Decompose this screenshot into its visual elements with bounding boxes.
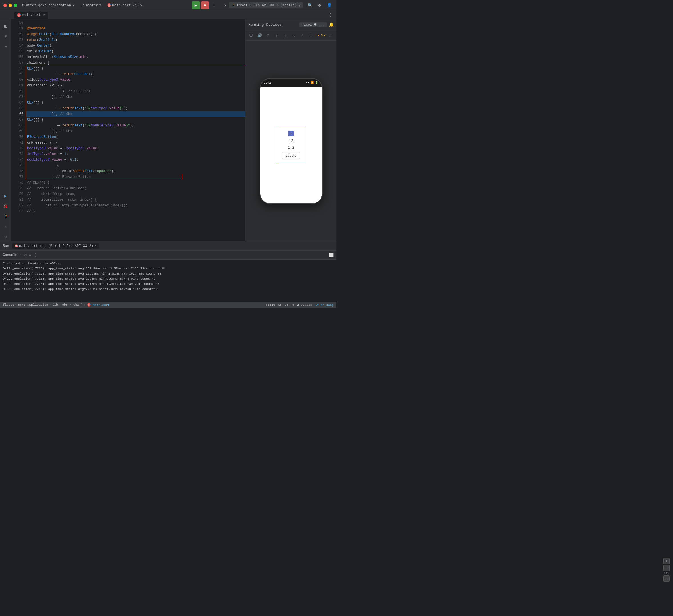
line-num-79: 79	[11, 186, 23, 191]
file-name: main.dart (1)	[113, 3, 139, 7]
close-button[interactable]	[3, 4, 7, 7]
panel-right-arrow[interactable]: ›	[327, 32, 334, 39]
branch-selector[interactable]: ⎇ master ∨	[80, 3, 101, 7]
sidebar-item-dots[interactable]: ⋯	[1, 42, 10, 51]
traffic-lights	[3, 4, 17, 7]
cursor-position[interactable]: 66:16	[266, 303, 275, 306]
line-num-74: 74	[11, 157, 23, 163]
square-button[interactable]: □	[307, 32, 314, 39]
sidebar-item-settings[interactable]: ⚙	[1, 233, 10, 241]
running-devices-label: Running Devices	[248, 23, 297, 27]
tabbar: 🎯 main.dart × ⋮	[0, 11, 336, 19]
phone-notch	[282, 79, 300, 83]
phone-update-button[interactable]: update	[282, 152, 300, 159]
run-tab-close-icon[interactable]: ×	[94, 244, 96, 248]
line-77: ) // ElevatedButton	[26, 174, 182, 180]
status-right: 66:16 LF UTF-8 2 spaces ⎇ er_dang	[266, 303, 333, 307]
line-num-70: 70	[11, 134, 23, 140]
console-more-button[interactable]: ⋮	[34, 253, 38, 257]
project-selector[interactable]: flutter_gext_application ∨	[22, 3, 75, 7]
run-button[interactable]: ▶	[192, 1, 200, 9]
minimize-button[interactable]	[9, 4, 12, 7]
phone-screen: 2:41 ▲▼ 📶 🔋 ✓ 12 1.2 u	[260, 79, 322, 203]
stop-button[interactable]: ■	[201, 1, 209, 9]
phone-checkbox[interactable]: ✓	[288, 131, 294, 137]
line-num-56: 56	[11, 54, 23, 60]
volume-button[interactable]: 🔊	[256, 32, 263, 39]
line-num-65: 65	[11, 106, 23, 111]
sidebar-item-run[interactable]: ▶	[1, 192, 10, 200]
power-button[interactable]: ⏻	[248, 32, 255, 39]
branch-chevron-icon: ∨	[99, 3, 101, 7]
checkmark-icon: ✓	[290, 131, 292, 136]
sidebar-item-project[interactable]: ◫	[1, 22, 10, 30]
device-controls-toolbar: ⏻ 🔊 ⟳ ▯ ▯ ◁ ○ □ ▲ 3 ∧ ›	[245, 30, 336, 40]
line-ending[interactable]: LF	[278, 303, 282, 306]
console-line-1: Restarted application in 457ms.	[3, 261, 333, 266]
line-73: intType3.value += 1;	[26, 151, 245, 157]
code-lines[interactable]: @override Widget build(BuildContext cont…	[26, 19, 245, 241]
line-num-60: 60	[11, 77, 23, 83]
console-output: Restarted application in 457ms. D/EGL_em…	[0, 260, 336, 293]
rotate-button[interactable]: ⟳	[265, 32, 272, 39]
line-num-78: 78	[11, 180, 23, 186]
phone-time: 2:41	[264, 81, 271, 84]
console-line-4: D/EGL_emulation( 7716): app_time_stats: …	[3, 276, 333, 281]
tab-close-icon[interactable]: ×	[43, 13, 45, 17]
search-button[interactable]: 🔍	[306, 1, 314, 9]
pixel-tab[interactable]: Pixel 6 ...	[299, 22, 326, 27]
sidebar-item-debug[interactable]: 🐞	[1, 202, 10, 210]
line-56: mainAxisSize: MainAxisSize.min,	[26, 54, 245, 60]
device-selector[interactable]: 📱 Pixel 6 Pro API 33 2 (mobile) ∨	[229, 2, 303, 8]
breadcrumb-project: flutter_gext_application	[3, 303, 48, 306]
tab-more-button[interactable]: ⋮	[326, 11, 334, 19]
titlebar-right-icons: 🔍 ⚙ 👤	[306, 1, 333, 9]
run-label: Run	[3, 244, 9, 248]
file-selector[interactable]: 🎯 main.dart (1) ∨	[107, 3, 192, 7]
device-icon: 📱	[231, 3, 235, 7]
tab-main-dart[interactable]: 🎯 main.dart ×	[14, 12, 48, 19]
line-74: doubleType3.value += 0.1;	[26, 157, 245, 163]
maximize-button[interactable]	[14, 4, 17, 7]
sidebar-item-commit[interactable]: ⊕	[1, 32, 10, 40]
portrait2-button[interactable]: ▯	[282, 32, 289, 39]
breadcrumb-lib: lib	[52, 303, 58, 306]
console-filter-button[interactable]: ≡	[29, 253, 31, 257]
back-button[interactable]: ◁	[290, 32, 297, 39]
phone-container: 2:41 ▲▼ 📶 🔋 ✓ 12 1.2 u	[245, 40, 336, 241]
line-num-57: 57	[11, 60, 23, 66]
encoding[interactable]: UTF-8	[284, 303, 294, 306]
line-num-72: 72	[11, 146, 23, 151]
line-num-62: 62	[11, 88, 23, 94]
profiler-button[interactable]: ⚙️	[221, 1, 229, 9]
warnings-count: 3	[321, 34, 323, 37]
notifications-button[interactable]: 🔔	[329, 22, 333, 27]
more-run-options[interactable]: ⋮	[210, 1, 218, 9]
tab-icon: 🎯	[17, 13, 21, 17]
console-line-6: D/EGL_emulation( 7716): app_time_stats: …	[3, 286, 333, 292]
line-58: Obx(() {	[26, 66, 245, 71]
line-76: └─ child: const Text("update"),	[26, 168, 245, 174]
line-num-59: 59	[11, 71, 23, 77]
console-label: Console	[3, 253, 17, 257]
line-71: onPressed: () {	[26, 140, 245, 146]
portrait1-button[interactable]: ▯	[273, 32, 280, 39]
line-num-64: 64	[11, 100, 23, 106]
run-tab-icon: 🎯	[15, 244, 18, 248]
warnings-badge[interactable]: ▲ 3 ∧	[318, 33, 326, 37]
account-button[interactable]: 👤	[325, 1, 333, 9]
line-72: boolType3.value = !boolType3.value;	[26, 146, 245, 151]
home-button[interactable]: ○	[299, 32, 306, 39]
line-num-55: 55	[11, 48, 23, 54]
console-reload-button[interactable]: ↺	[24, 253, 27, 257]
line-num-50: 50	[11, 20, 23, 26]
indent-setting[interactable]: 2 spaces	[297, 303, 312, 306]
breadcrumb[interactable]: flutter_gext_application › lib › obs + O…	[3, 303, 110, 307]
console-expand-button[interactable]: ⬜	[329, 253, 333, 257]
run-tab[interactable]: 🎯 main.dart (1) (Pixel 6 Pro API 33 2) ×	[12, 243, 99, 249]
phone-double-value: 1.2	[288, 146, 294, 150]
console-lightning-button[interactable]: ⚡	[19, 253, 22, 257]
sidebar-item-warning[interactable]: ⚠	[1, 222, 10, 231]
sidebar-item-device[interactable]: 📱	[1, 212, 10, 221]
settings-button[interactable]: ⚙	[315, 1, 323, 9]
